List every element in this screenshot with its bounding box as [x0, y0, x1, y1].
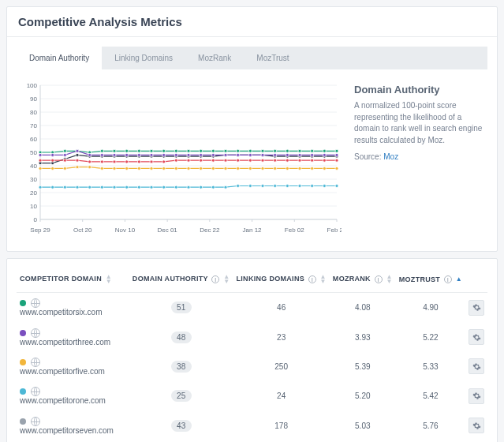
domain-text: www.competitorsix.com [20, 308, 102, 317]
cell-da: 51 [129, 293, 233, 323]
svg-point-142 [63, 167, 66, 170]
cell-domain[interactable]: www.competitorone.com [17, 381, 129, 410]
svg-point-54 [211, 149, 215, 152]
svg-text:Jan 12: Jan 12 [243, 227, 263, 234]
svg-point-145 [100, 167, 103, 170]
cell-ld: 250 [233, 352, 329, 381]
sort-icon: ▲▼ [106, 275, 112, 284]
cell-ld: 46 [233, 293, 329, 323]
svg-point-170 [100, 185, 103, 189]
svg-point-109 [274, 153, 277, 156]
row-settings-button[interactable] [469, 300, 484, 316]
svg-point-46 [113, 149, 116, 152]
tab-da[interactable]: Domain Authority [17, 47, 102, 69]
svg-point-155 [224, 167, 227, 170]
svg-point-163 [323, 167, 326, 170]
competitor-table: COMPETITOR DOMAIN ▲▼DOMAIN AUTHORITY i ▲… [17, 267, 487, 442]
svg-point-59 [274, 149, 277, 152]
col-domain[interactable]: COMPETITOR DOMAIN ▲▼ [17, 267, 129, 293]
cell-domain[interactable]: www.competitorsix.com [17, 293, 129, 323]
info-icon: i [308, 275, 316, 283]
svg-point-140 [39, 167, 42, 170]
cell-domain[interactable]: www.competitorseven.com [17, 410, 129, 440]
svg-point-51 [174, 149, 177, 152]
cell-ld: 23 [233, 322, 329, 351]
color-swatch [20, 330, 26, 336]
svg-point-157 [248, 167, 252, 170]
metric-desc-source: Source: Moz [354, 152, 486, 161]
svg-point-48 [137, 149, 140, 152]
svg-point-57 [248, 149, 252, 152]
svg-point-126 [174, 159, 177, 162]
source-link[interactable]: Moz [383, 152, 398, 161]
svg-point-100 [162, 153, 166, 156]
cell-mt: 5.42 [396, 381, 465, 410]
table-row: www.competitorsix.com51464.084.90 [17, 293, 487, 323]
svg-point-181 [237, 185, 240, 188]
metric-desc-body: A normalized 100-point score representin… [354, 100, 486, 146]
cell-mr: 3.93 [330, 322, 396, 351]
svg-text:90: 90 [30, 96, 37, 103]
svg-point-94 [88, 153, 91, 156]
svg-point-106 [237, 153, 240, 156]
svg-point-93 [76, 149, 79, 152]
cell-domain[interactable]: www.competitorthree.com [17, 322, 129, 351]
svg-point-122 [125, 160, 129, 163]
metric-desc-title: Domain Authority [354, 84, 486, 96]
svg-point-113 [323, 153, 326, 156]
svg-point-127 [187, 159, 190, 162]
svg-point-96 [113, 153, 116, 156]
sort-icon: ▲▼ [386, 275, 393, 284]
col-mr[interactable]: MOZRANK i ▲▼ [330, 267, 396, 293]
globe-icon [31, 328, 40, 338]
svg-point-52 [187, 149, 190, 152]
svg-point-114 [335, 153, 338, 156]
row-settings-button[interactable] [469, 388, 484, 404]
svg-point-148 [137, 167, 140, 170]
tab-mr[interactable]: MozRank [185, 47, 244, 69]
svg-point-62 [311, 149, 314, 152]
svg-point-162 [311, 167, 314, 170]
svg-point-131 [237, 159, 240, 162]
tab-ld[interactable]: Linking Domains [102, 47, 185, 69]
svg-point-164 [335, 167, 338, 170]
svg-point-90 [39, 153, 42, 156]
cell-da: 48 [129, 322, 233, 351]
gear-icon [472, 362, 481, 371]
row-settings-button[interactable] [469, 418, 484, 433]
svg-point-146 [113, 167, 116, 170]
col-ld[interactable]: LINKING DOMAINS i ▲▼ [233, 267, 329, 293]
sort-icon: ▲ [456, 277, 462, 282]
cell-mt: 5.33 [396, 352, 465, 381]
table-row: www.competitorseven.com431785.035.76 [17, 410, 487, 440]
metric-description: Domain Authority A normalized 100-point … [354, 79, 486, 238]
tab-mt[interactable]: MozTrust [244, 47, 301, 69]
line-chart: 0102030405060708090100Sep 29Oct 20Nov 10… [18, 79, 342, 237]
svg-point-135 [286, 159, 289, 162]
sort-icon: ▲▼ [320, 275, 327, 284]
svg-point-184 [274, 185, 277, 188]
col-mt[interactable]: MOZTRUST i ▲ [396, 267, 465, 293]
globe-icon [31, 358, 40, 367]
svg-point-102 [187, 153, 190, 156]
svg-text:70: 70 [30, 122, 37, 129]
svg-point-158 [261, 167, 264, 170]
svg-point-165 [39, 185, 42, 189]
svg-point-169 [88, 185, 91, 189]
cell-domain[interactable]: www.competitorfive.com [17, 352, 129, 381]
col-da[interactable]: DOMAIN AUTHORITY i ▲▼ [129, 267, 233, 293]
row-settings-button[interactable] [469, 358, 484, 374]
svg-point-187 [311, 185, 314, 188]
svg-point-180 [224, 185, 227, 189]
competitor-table-card: COMPETITOR DOMAIN ▲▼DOMAIN AUTHORITY i ▲… [6, 258, 498, 442]
svg-point-120 [100, 160, 103, 163]
cell-da: 25 [129, 381, 233, 410]
svg-point-111 [298, 153, 301, 156]
svg-point-124 [150, 160, 153, 163]
svg-point-105 [224, 153, 227, 156]
svg-point-107 [248, 153, 252, 156]
svg-point-132 [248, 159, 252, 162]
svg-point-50 [162, 149, 166, 152]
row-settings-button[interactable] [469, 329, 484, 345]
svg-point-115 [39, 159, 42, 162]
